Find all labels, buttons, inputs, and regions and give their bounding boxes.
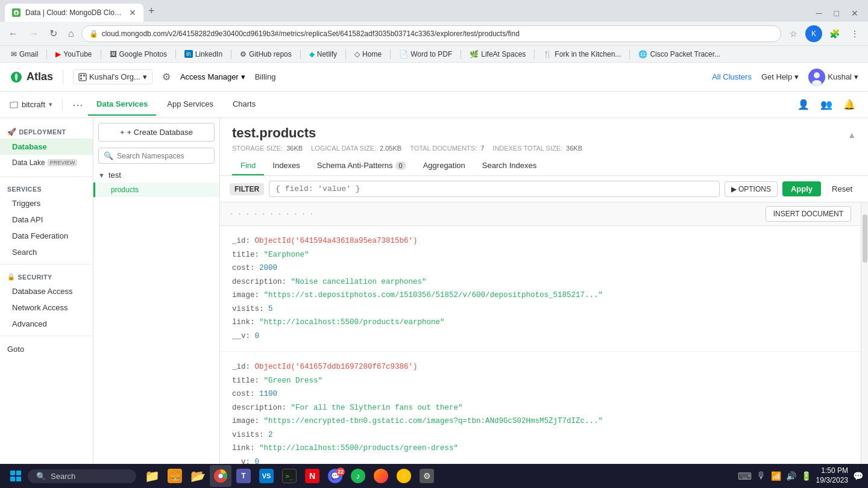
user-profile-button[interactable]: Kushal ▾	[808, 69, 858, 86]
user-dropdown-icon: ▾	[854, 72, 858, 81]
taskbar-app-files[interactable]: 📁	[141, 465, 163, 487]
taskbar-notification-icon[interactable]: 💬	[853, 471, 863, 481]
taskbar-battery-icon[interactable]: 🔋	[801, 471, 811, 481]
bookmark-home[interactable]: ◇ Home	[350, 49, 386, 60]
sidebar-item-data-api[interactable]: Data API	[0, 211, 93, 228]
new-tab-button[interactable]: +	[143, 2, 160, 20]
bookmark-github[interactable]: ⚙ GitHub repos	[235, 49, 297, 60]
sidebar-item-database[interactable]: Database	[0, 139, 93, 155]
access-manager-button[interactable]: Access Manager ▾	[180, 72, 245, 81]
tab-find[interactable]: Find	[232, 157, 264, 175]
database-test[interactable]: ▼ test	[93, 167, 219, 183]
tab-charts[interactable]: Charts	[224, 93, 264, 116]
tab-data-services[interactable]: Data Services	[88, 93, 156, 116]
taskbar-app-netflix[interactable]: N	[301, 465, 323, 487]
document-row[interactable]: _id: ObjectId('641594a43618a95ea73815b6'…	[220, 226, 861, 352]
address-bar[interactable]: 🔒 cloud.mongodb.com/v2/64158282d9e30400c…	[81, 25, 781, 42]
sidebar-item-triggers[interactable]: Triggers	[0, 195, 93, 211]
bookmark-fork-kitchen[interactable]: 🍴 Fork in the Kitchen...	[538, 49, 626, 60]
left-sidebar: 🚀 DEPLOYMENT Database Data Lake PREVIEW …	[0, 118, 93, 488]
browser-menu-icon[interactable]: ⋮	[846, 25, 863, 42]
tab-app-services[interactable]: App Services	[159, 93, 222, 116]
sidebar-item-goto[interactable]: Goto	[0, 340, 93, 358]
bell-icon-btn[interactable]: 🔔	[840, 96, 858, 114]
forward-button[interactable]: →	[25, 26, 42, 42]
taskbar-keyboard-icon[interactable]: ⌨	[738, 471, 752, 482]
browser-profile-icon[interactable]: K	[805, 25, 822, 42]
sidebar-item-datalake[interactable]: Data Lake PREVIEW	[0, 155, 93, 170]
taskbar-volume-icon[interactable]: 🔊	[786, 471, 796, 481]
extension-puzzle-icon[interactable]: 🧩	[826, 25, 843, 42]
sidebar-item-data-federation[interactable]: Data Federation	[0, 228, 93, 244]
tab-aggregation[interactable]: Aggregation	[415, 157, 474, 175]
close-button[interactable]: ✕	[846, 7, 863, 19]
all-clusters-button[interactable]: All Clusters	[712, 72, 752, 81]
tab-close[interactable]: ✕	[129, 8, 136, 17]
bookmark-word-pdf[interactable]: 📄 Word to PDF	[394, 49, 457, 60]
scrollbar-thumb[interactable]	[863, 214, 867, 263]
scrollbar-track[interactable]: ▼	[861, 202, 868, 471]
collection-products[interactable]: products	[93, 183, 219, 197]
document-row[interactable]: _id: ObjectId('641657ddb1697280f67c9386'…	[220, 352, 861, 471]
taskbar-app-discord[interactable]: 💬 22	[324, 465, 346, 487]
share-icon-btn[interactable]: 👥	[817, 96, 835, 114]
settings-gear-icon[interactable]: ⚙	[162, 71, 171, 83]
taskbar-app-food[interactable]: 🍔	[164, 465, 186, 487]
bookmark-netlify[interactable]: ◆ Netlify	[304, 49, 342, 60]
bookmark-cisco[interactable]: 🌐 Cisco Packet Tracer...	[634, 49, 725, 60]
taskbar-wifi-icon[interactable]: 📶	[771, 471, 781, 481]
logical-data-size-value: 2.05KB	[380, 145, 401, 152]
reset-button[interactable]: Reset	[826, 181, 858, 196]
taskbar-app-teams[interactable]: T	[233, 465, 254, 487]
filter-input[interactable]	[269, 181, 719, 197]
scroll-up-icon[interactable]: ▲	[848, 130, 856, 140]
taskbar-mic-icon[interactable]: 🎙	[756, 471, 766, 481]
apply-button[interactable]: Apply	[782, 181, 821, 196]
user-icon-btn[interactable]: 👤	[794, 96, 813, 114]
minimize-button[interactable]: ─	[811, 7, 827, 19]
help-dropdown-icon: ▾	[794, 72, 799, 81]
taskbar-app-terminal[interactable]: >_	[278, 465, 300, 487]
nav-options-icon[interactable]: ⋯	[70, 96, 86, 114]
restore-button[interactable]: □	[829, 7, 844, 19]
taskbar-search[interactable]: 🔍 Search	[28, 469, 136, 483]
bookmark-gmail[interactable]: ✉ Gmail	[6, 49, 43, 60]
sidebar-item-network-access[interactable]: Network Access	[0, 299, 93, 316]
taskbar-app-chrome[interactable]	[210, 465, 231, 487]
sidebar-item-search[interactable]: Search	[0, 244, 93, 260]
lifeat-icon: 🌿	[470, 50, 479, 58]
taskbar-app-firefox[interactable]	[370, 465, 392, 487]
tab-schema-anti-patterns[interactable]: Schema Anti-Patterns 0	[309, 157, 415, 175]
sidebar-item-advanced[interactable]: Advanced	[0, 316, 93, 332]
taskbar-app-norton[interactable]: ⚡	[393, 465, 415, 487]
insert-document-button[interactable]: INSERT DOCUMENT	[766, 206, 851, 222]
options-button[interactable]: ▶ OPTIONS	[725, 181, 778, 197]
search-namespaces[interactable]: 🔍	[98, 148, 215, 164]
browser-tab[interactable]: Data | Cloud: MongoDB Cloud ✕	[5, 4, 143, 22]
get-help-button[interactable]: Get Help ▾	[761, 72, 799, 81]
db-arrow-icon: ▼	[98, 172, 105, 179]
bookmark-photos[interactable]: 🖼 Google Photos	[105, 49, 172, 60]
back-button[interactable]: ←	[5, 26, 22, 42]
atlas-logo[interactable]: Atlas	[10, 70, 53, 84]
tab-indexes[interactable]: Indexes	[264, 157, 309, 175]
home-button[interactable]: ⌂	[64, 26, 78, 42]
create-database-button[interactable]: + + Create Database	[98, 123, 215, 142]
bookmark-linkedin[interactable]: in LinkedIn	[180, 49, 227, 60]
taskbar-app-vscode[interactable]: VS	[256, 465, 277, 487]
bookmark-star-icon[interactable]: ☆	[785, 25, 802, 42]
reload-button[interactable]: ↻	[46, 25, 61, 42]
taskbar-app-spotify[interactable]: ♪	[347, 465, 369, 487]
taskbar-app-file-explorer[interactable]: 📂	[187, 465, 209, 487]
org-selector[interactable]: Kushal's Org... ▾	[73, 69, 153, 84]
taskbar-app-settings[interactable]: ⚙	[416, 465, 438, 487]
bookmark-youtube[interactable]: ▶ YouTube	[51, 49, 96, 60]
bookmark-lifeat[interactable]: 🌿 LifeAt Spaces	[465, 49, 530, 60]
start-button[interactable]	[5, 465, 27, 487]
taskbar-clock[interactable]: 1:50 PM 19/3/2023	[816, 466, 848, 485]
search-namespaces-input[interactable]	[117, 152, 209, 160]
project-selector[interactable]: bitcraft ▾	[10, 100, 52, 109]
sidebar-item-db-access[interactable]: Database Access	[0, 283, 93, 299]
tab-search-indexes[interactable]: Search Indexes	[474, 157, 545, 175]
billing-button[interactable]: Billing	[255, 72, 276, 81]
